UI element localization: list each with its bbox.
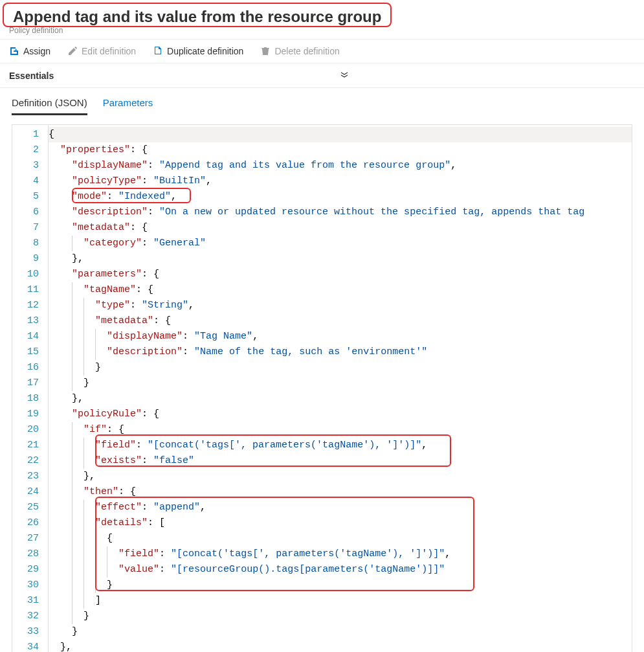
- code-line: "displayName": "Append tag and its value…: [49, 158, 632, 174]
- code-line: "if": {: [49, 422, 632, 438]
- code-line: "exists": "false": [49, 453, 632, 469]
- code-line: "category": "General": [49, 236, 632, 251]
- code-line: "details": [: [49, 515, 632, 531]
- assign-icon: [9, 46, 19, 56]
- tab-definition-json[interactable]: Definition (JSON): [12, 97, 87, 115]
- code-line: },: [49, 391, 632, 407]
- essentials-label: Essentials: [9, 71, 54, 81]
- code-line: {: [49, 127, 632, 142]
- edit-definition-button: Edit definition: [67, 46, 136, 56]
- essentials-section[interactable]: Essentials: [0, 63, 644, 88]
- chevron-down-icon: [340, 70, 349, 81]
- code-line: "properties": {: [49, 142, 632, 158]
- code-editor[interactable]: 1234567891011121314151617181920212223242…: [12, 124, 632, 652]
- code-line: }: [49, 609, 632, 624]
- tabs: Definition (JSON) Parameters: [0, 88, 644, 115]
- code-line: "policyRule": {: [49, 407, 632, 422]
- code-line: }: [49, 578, 632, 593]
- code-line: },: [49, 640, 632, 652]
- code-line: "value": "[resourceGroup().tags[paramete…: [49, 562, 632, 578]
- duplicate-icon: [153, 46, 163, 56]
- code-line: "policyType": "BuiltIn",: [49, 174, 632, 189]
- edit-icon: [67, 46, 78, 56]
- code-line: },: [49, 251, 632, 267]
- code-line: "effect": "append",: [49, 500, 632, 515]
- assign-button[interactable]: Assign: [9, 46, 50, 56]
- code-line: }: [49, 376, 632, 391]
- delete-label: Delete definition: [274, 46, 339, 56]
- code-line: }: [49, 360, 632, 376]
- toolbar: Assign Edit definition Duplicate definit…: [0, 39, 644, 63]
- code-line: "field": "[concat('tags[', parameters('t…: [49, 438, 632, 453]
- code-line: {: [49, 531, 632, 546]
- delete-definition-button: Delete definition: [260, 46, 339, 56]
- code-line: "metadata": {: [49, 220, 632, 236]
- code-line: },: [49, 469, 632, 484]
- code-line: ]: [49, 593, 632, 609]
- code-line: "displayName": "Tag Name",: [49, 329, 632, 344]
- code-line: "field": "[concat('tags[', parameters('t…: [49, 546, 632, 562]
- code-line: "then": {: [49, 484, 632, 500]
- edit-label: Edit definition: [82, 46, 136, 56]
- code-line: "tagName": {: [49, 282, 632, 298]
- code-line: "parameters": {: [49, 267, 632, 282]
- tab-parameters[interactable]: Parameters: [103, 97, 153, 115]
- code-content[interactable]: { "properties": { "displayName": "Append…: [49, 125, 632, 652]
- duplicate-label: Duplicate definition: [167, 46, 243, 56]
- code-line: "metadata": {: [49, 313, 632, 329]
- duplicate-definition-button[interactable]: Duplicate definition: [153, 46, 243, 56]
- code-line: "description": "On a new or updated reso…: [49, 205, 632, 220]
- code-line: "mode": "Indexed",: [49, 189, 632, 205]
- code-line: "type": "String",: [49, 298, 632, 313]
- code-line: "description": "Name of the tag, such as…: [49, 344, 632, 360]
- delete-icon: [260, 46, 271, 56]
- code-line: }: [49, 624, 632, 640]
- assign-label: Assign: [23, 46, 50, 56]
- page-subtitle: Policy definition: [0, 26, 644, 39]
- page-title: Append tag and its value from the resour…: [3, 3, 392, 27]
- line-number-gutter: 1234567891011121314151617181920212223242…: [12, 125, 49, 652]
